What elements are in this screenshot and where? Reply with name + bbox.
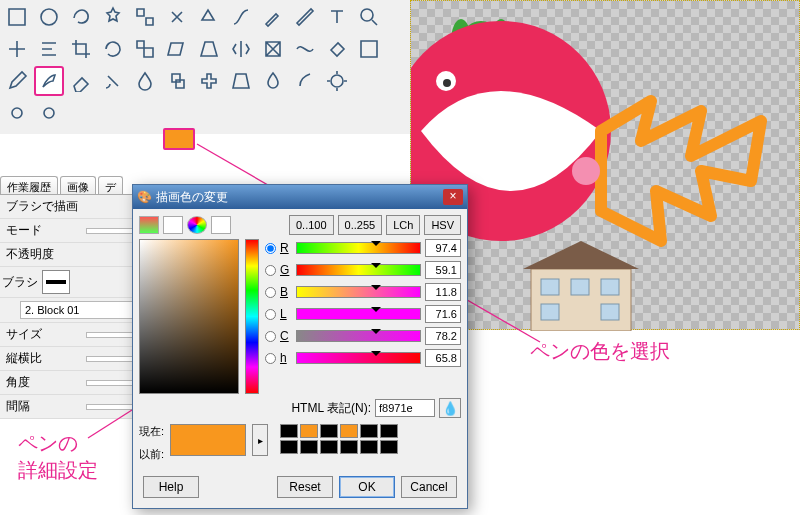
channel-slider-L[interactable] (296, 308, 421, 320)
channel-slider-G[interactable] (296, 264, 421, 276)
channel-slider-C[interactable] (296, 330, 421, 342)
tool-fuzzy[interactable] (98, 2, 128, 32)
model-wheel-icon[interactable] (187, 216, 207, 234)
tool-cage[interactable] (258, 34, 288, 64)
add-to-palette-button[interactable]: ▸ (252, 424, 268, 456)
tool-rect-select[interactable] (2, 2, 32, 32)
tool-color-picker[interactable] (258, 2, 288, 32)
palette-color-10[interactable] (360, 440, 378, 454)
brush-preview[interactable] (42, 270, 70, 294)
tool-smudge[interactable] (290, 66, 320, 96)
channel-radio-R[interactable] (265, 243, 276, 254)
channel-value-G[interactable] (425, 261, 461, 279)
palette-color-11[interactable] (380, 440, 398, 454)
previous-label: 以前: (139, 447, 164, 462)
mode-lch-button[interactable]: LCh (386, 215, 420, 235)
mode-hsv-button[interactable]: HSV (424, 215, 461, 235)
canvas-area[interactable] (410, 0, 800, 330)
tool-foreground[interactable] (194, 2, 224, 32)
reset-button[interactable]: Reset (277, 476, 333, 498)
foreground-color-swatch[interactable] (163, 128, 195, 150)
hue-slider[interactable] (245, 239, 259, 394)
tool-move[interactable] (2, 34, 32, 64)
tool-text[interactable] (322, 2, 352, 32)
help-button[interactable]: Help (143, 476, 199, 498)
palette-color-8[interactable] (320, 440, 338, 454)
channel-label: B (280, 285, 292, 299)
tool-warp[interactable] (290, 34, 320, 64)
svg-rect-15 (601, 304, 619, 320)
svg-marker-7 (601, 101, 761, 241)
close-icon[interactable]: × (443, 189, 463, 205)
tool-perspective[interactable] (194, 34, 224, 64)
current-color-swatch[interactable] (170, 424, 246, 456)
fg-color-area (163, 128, 195, 150)
tool-perspective-clone[interactable] (226, 66, 256, 96)
html-notation-input[interactable] (375, 399, 435, 417)
tool-gradient[interactable] (354, 34, 384, 64)
palette-color-7[interactable] (300, 440, 318, 454)
tool-brightness[interactable] (2, 98, 32, 128)
model-gimp-icon[interactable] (139, 216, 159, 234)
tool-shear[interactable] (162, 34, 192, 64)
tool-pencil[interactable] (2, 66, 32, 96)
channel-radio-B[interactable] (265, 287, 276, 298)
palette-color-5[interactable] (380, 424, 398, 438)
tool-zoom[interactable] (354, 2, 384, 32)
tool-ink[interactable] (130, 66, 160, 96)
tool-scissors[interactable] (162, 2, 192, 32)
model-cmyk-icon[interactable] (163, 216, 183, 234)
tool-heal[interactable] (194, 66, 224, 96)
channel-label: C (280, 329, 292, 343)
tool-align[interactable] (34, 34, 64, 64)
channel-radio-L[interactable] (265, 309, 276, 320)
cancel-button[interactable]: Cancel (401, 476, 457, 498)
tool-lasso[interactable] (66, 2, 96, 32)
tool-color-select[interactable] (130, 2, 160, 32)
channel-slider-B[interactable] (296, 286, 421, 298)
model-palette-icon[interactable] (211, 216, 231, 234)
tool-measure[interactable] (290, 2, 320, 32)
tool-ellipse-select[interactable] (34, 2, 64, 32)
tool-dodge-tool[interactable] (34, 98, 64, 128)
tool-dodge[interactable] (322, 66, 352, 96)
svg-rect-9 (531, 269, 631, 331)
tool-grid (0, 0, 410, 134)
tool-paintbrush[interactable] (34, 66, 64, 96)
channel-value-h[interactable] (425, 349, 461, 367)
range-0-100-button[interactable]: 0..100 (289, 215, 334, 235)
eyedropper-button[interactable]: 💧 (439, 398, 461, 418)
tool-flip[interactable] (226, 34, 256, 64)
channel-value-R[interactable] (425, 239, 461, 257)
channel-slider-R[interactable] (296, 242, 421, 254)
palette-color-1[interactable] (300, 424, 318, 438)
channel-value-L[interactable] (425, 305, 461, 323)
channel-radio-C[interactable] (265, 331, 276, 342)
dialog-titlebar[interactable]: 🎨 描画色の変更 × (133, 185, 467, 209)
tool-scale[interactable] (130, 34, 160, 64)
tool-bucket[interactable] (322, 34, 352, 64)
svg-point-6 (443, 79, 451, 87)
range-0-255-button[interactable]: 0..255 (338, 215, 383, 235)
palette-color-2[interactable] (320, 424, 338, 438)
palette-color-9[interactable] (340, 440, 358, 454)
tool-clone[interactable] (162, 66, 192, 96)
color-field[interactable] (139, 239, 239, 394)
palette-color-6[interactable] (280, 440, 298, 454)
tool-airbrush[interactable] (98, 66, 128, 96)
tool-crop[interactable] (66, 34, 96, 64)
tool-paths[interactable] (226, 2, 256, 32)
palette-color-3[interactable] (340, 424, 358, 438)
channel-slider-h[interactable] (296, 352, 421, 364)
channel-radio-G[interactable] (265, 265, 276, 276)
channel-radio-h[interactable] (265, 353, 276, 364)
palette-color-4[interactable] (360, 424, 378, 438)
tool-blur[interactable] (258, 66, 288, 96)
palette-color-0[interactable] (280, 424, 298, 438)
channel-value-B[interactable] (425, 283, 461, 301)
channel-value-C[interactable] (425, 327, 461, 345)
ok-button[interactable]: OK (339, 476, 395, 498)
tool-eraser[interactable] (66, 66, 96, 96)
tool-rotate[interactable] (98, 34, 128, 64)
channel-R: R (265, 239, 461, 257)
